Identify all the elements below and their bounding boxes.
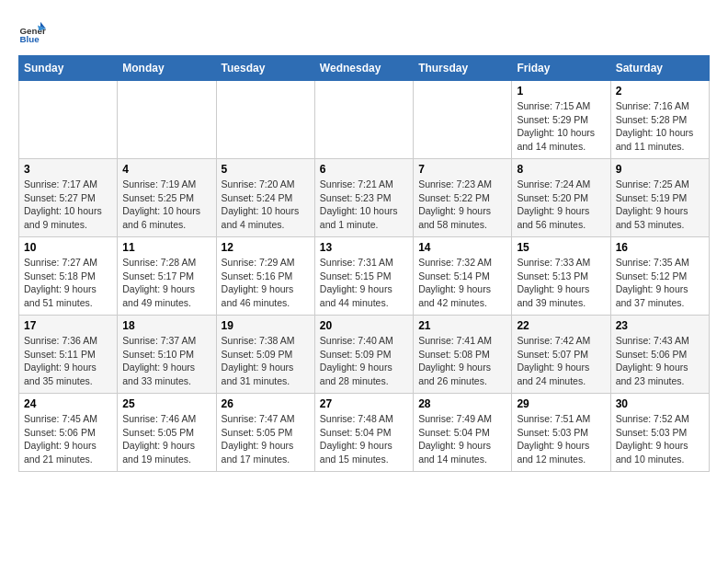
- calendar-cell: 9Sunrise: 7:25 AM Sunset: 5:19 PM Daylig…: [610, 159, 709, 237]
- day-info: Sunrise: 7:16 AM Sunset: 5:28 PM Dayligh…: [616, 99, 704, 154]
- day-info: Sunrise: 7:25 AM Sunset: 5:19 PM Dayligh…: [616, 178, 704, 232]
- day-info: Sunrise: 7:31 AM Sunset: 5:15 PM Dayligh…: [320, 256, 408, 310]
- day-info: Sunrise: 7:43 AM Sunset: 5:06 PM Dayligh…: [616, 334, 704, 388]
- weekday-header-wednesday: Wednesday: [314, 56, 413, 81]
- day-number: 18: [122, 319, 210, 332]
- day-number: 7: [418, 163, 506, 176]
- day-info: Sunrise: 7:38 AM Sunset: 5:09 PM Dayligh…: [222, 334, 310, 388]
- day-info: Sunrise: 7:17 AM Sunset: 5:27 PM Dayligh…: [24, 178, 112, 232]
- weekday-header-saturday: Saturday: [610, 56, 709, 81]
- calendar-cell: 18Sunrise: 7:37 AM Sunset: 5:10 PM Dayli…: [118, 316, 216, 394]
- calendar-cell: [118, 81, 216, 159]
- calendar-cell: 17Sunrise: 7:36 AM Sunset: 5:11 PM Dayli…: [19, 316, 118, 394]
- calendar-cell: 11Sunrise: 7:28 AM Sunset: 5:17 PM Dayli…: [118, 237, 216, 316]
- day-info: Sunrise: 7:37 AM Sunset: 5:10 PM Dayligh…: [122, 334, 210, 388]
- day-number: 10: [24, 241, 112, 254]
- day-info: Sunrise: 7:48 AM Sunset: 5:04 PM Dayligh…: [320, 412, 408, 466]
- calendar-cell: 6Sunrise: 7:21 AM Sunset: 5:23 PM Daylig…: [314, 159, 413, 237]
- day-number: 27: [320, 397, 408, 410]
- day-number: 5: [222, 163, 310, 176]
- day-info: Sunrise: 7:29 AM Sunset: 5:16 PM Dayligh…: [222, 256, 310, 310]
- day-number: 21: [418, 319, 506, 332]
- day-number: 1: [517, 85, 605, 98]
- calendar-cell: 12Sunrise: 7:29 AM Sunset: 5:16 PM Dayli…: [216, 237, 314, 316]
- day-number: 23: [616, 319, 704, 332]
- calendar-cell: [216, 81, 314, 159]
- day-info: Sunrise: 7:27 AM Sunset: 5:18 PM Dayligh…: [24, 256, 112, 310]
- day-number: 8: [517, 163, 605, 176]
- calendar-cell: 5Sunrise: 7:20 AM Sunset: 5:24 PM Daylig…: [216, 159, 314, 237]
- calendar-cell: 1Sunrise: 7:15 AM Sunset: 5:29 PM Daylig…: [512, 81, 610, 159]
- day-number: 20: [320, 319, 408, 332]
- day-number: 14: [418, 241, 506, 254]
- day-info: Sunrise: 7:52 AM Sunset: 5:03 PM Dayligh…: [616, 412, 704, 466]
- day-number: 16: [616, 241, 704, 254]
- day-info: Sunrise: 7:40 AM Sunset: 5:09 PM Dayligh…: [320, 334, 408, 388]
- calendar-cell: 8Sunrise: 7:24 AM Sunset: 5:20 PM Daylig…: [512, 159, 610, 237]
- calendar-cell: 26Sunrise: 7:47 AM Sunset: 5:05 PM Dayli…: [216, 394, 314, 472]
- day-number: 15: [517, 241, 605, 254]
- page-header: General Blue: [18, 18, 710, 46]
- day-number: 17: [24, 319, 112, 332]
- day-number: 22: [517, 319, 605, 332]
- day-number: 2: [616, 85, 704, 98]
- weekday-header-monday: Monday: [118, 56, 216, 81]
- day-number: 11: [122, 241, 210, 254]
- calendar-cell: 20Sunrise: 7:40 AM Sunset: 5:09 PM Dayli…: [314, 316, 413, 394]
- day-info: Sunrise: 7:51 AM Sunset: 5:03 PM Dayligh…: [517, 412, 605, 466]
- calendar-cell: 3Sunrise: 7:17 AM Sunset: 5:27 PM Daylig…: [19, 159, 118, 237]
- day-number: 6: [320, 163, 408, 176]
- calendar-cell: 2Sunrise: 7:16 AM Sunset: 5:28 PM Daylig…: [610, 81, 709, 159]
- weekday-header-tuesday: Tuesday: [216, 56, 314, 81]
- logo-icon: General Blue: [18, 18, 46, 46]
- day-number: 4: [122, 163, 210, 176]
- calendar-cell: 24Sunrise: 7:45 AM Sunset: 5:06 PM Dayli…: [19, 394, 118, 472]
- svg-text:Blue: Blue: [20, 34, 40, 44]
- day-info: Sunrise: 7:15 AM Sunset: 5:29 PM Dayligh…: [517, 99, 605, 154]
- day-number: 28: [418, 397, 506, 410]
- day-number: 30: [616, 397, 704, 410]
- day-info: Sunrise: 7:24 AM Sunset: 5:20 PM Dayligh…: [517, 178, 605, 232]
- calendar-cell: 25Sunrise: 7:46 AM Sunset: 5:05 PM Dayli…: [118, 394, 216, 472]
- day-info: Sunrise: 7:23 AM Sunset: 5:22 PM Dayligh…: [418, 178, 506, 232]
- calendar-cell: 4Sunrise: 7:19 AM Sunset: 5:25 PM Daylig…: [118, 159, 216, 237]
- day-number: 19: [222, 319, 310, 332]
- day-info: Sunrise: 7:36 AM Sunset: 5:11 PM Dayligh…: [24, 334, 112, 388]
- day-number: 3: [24, 163, 112, 176]
- day-info: Sunrise: 7:19 AM Sunset: 5:25 PM Dayligh…: [122, 178, 210, 232]
- calendar-table: SundayMondayTuesdayWednesdayThursdayFrid…: [18, 55, 710, 472]
- calendar-cell: 29Sunrise: 7:51 AM Sunset: 5:03 PM Dayli…: [512, 394, 610, 472]
- weekday-header-sunday: Sunday: [19, 56, 118, 81]
- calendar-cell: 7Sunrise: 7:23 AM Sunset: 5:22 PM Daylig…: [414, 159, 512, 237]
- logo: General Blue: [18, 18, 50, 46]
- calendar-cell: 13Sunrise: 7:31 AM Sunset: 5:15 PM Dayli…: [314, 237, 413, 316]
- weekday-header-thursday: Thursday: [414, 56, 512, 81]
- calendar-cell: 14Sunrise: 7:32 AM Sunset: 5:14 PM Dayli…: [414, 237, 512, 316]
- day-info: Sunrise: 7:41 AM Sunset: 5:08 PM Dayligh…: [418, 334, 506, 388]
- day-info: Sunrise: 7:33 AM Sunset: 5:13 PM Dayligh…: [517, 256, 605, 310]
- day-number: 9: [616, 163, 704, 176]
- calendar-cell: 23Sunrise: 7:43 AM Sunset: 5:06 PM Dayli…: [610, 316, 709, 394]
- day-info: Sunrise: 7:28 AM Sunset: 5:17 PM Dayligh…: [122, 256, 210, 310]
- day-number: 26: [222, 397, 310, 410]
- day-info: Sunrise: 7:47 AM Sunset: 5:05 PM Dayligh…: [222, 412, 310, 466]
- day-info: Sunrise: 7:35 AM Sunset: 5:12 PM Dayligh…: [616, 256, 704, 310]
- calendar-cell: 22Sunrise: 7:42 AM Sunset: 5:07 PM Dayli…: [512, 316, 610, 394]
- calendar-cell: 27Sunrise: 7:48 AM Sunset: 5:04 PM Dayli…: [314, 394, 413, 472]
- day-info: Sunrise: 7:49 AM Sunset: 5:04 PM Dayligh…: [418, 412, 506, 466]
- day-info: Sunrise: 7:32 AM Sunset: 5:14 PM Dayligh…: [418, 256, 506, 310]
- calendar-cell: 21Sunrise: 7:41 AM Sunset: 5:08 PM Dayli…: [414, 316, 512, 394]
- day-info: Sunrise: 7:21 AM Sunset: 5:23 PM Dayligh…: [320, 178, 408, 232]
- calendar-cell: 15Sunrise: 7:33 AM Sunset: 5:13 PM Dayli…: [512, 237, 610, 316]
- day-info: Sunrise: 7:20 AM Sunset: 5:24 PM Dayligh…: [222, 178, 310, 232]
- day-number: 29: [517, 397, 605, 410]
- day-number: 24: [24, 397, 112, 410]
- day-info: Sunrise: 7:45 AM Sunset: 5:06 PM Dayligh…: [24, 412, 112, 466]
- day-info: Sunrise: 7:46 AM Sunset: 5:05 PM Dayligh…: [122, 412, 210, 466]
- weekday-header-friday: Friday: [512, 56, 610, 81]
- day-number: 25: [122, 397, 210, 410]
- calendar-cell: 30Sunrise: 7:52 AM Sunset: 5:03 PM Dayli…: [610, 394, 709, 472]
- calendar-cell: 16Sunrise: 7:35 AM Sunset: 5:12 PM Dayli…: [610, 237, 709, 316]
- calendar-cell: 19Sunrise: 7:38 AM Sunset: 5:09 PM Dayli…: [216, 316, 314, 394]
- day-number: 13: [320, 241, 408, 254]
